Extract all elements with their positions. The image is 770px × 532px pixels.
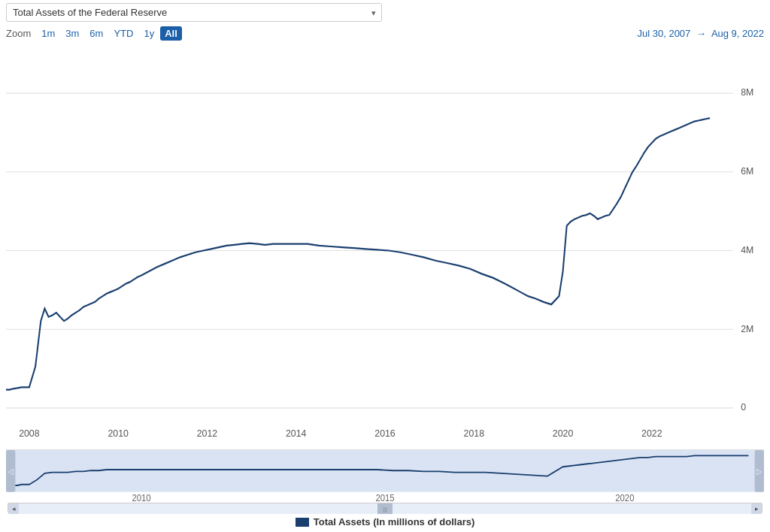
scrollbar-handle-icon: ||| [383,506,387,512]
svg-text:2020: 2020 [615,492,634,501]
scrollbar-handle[interactable]: ||| [377,503,393,514]
svg-text:2018: 2018 [464,428,484,440]
main-chart: 8M 6M 4M 2M 0 2008 2010 2012 2014 2016 2… [6,44,764,450]
date-range: Jul 30, 2007 → Aug 9, 2022 [638,28,765,39]
nav-chart-svg: ◁ ▷ 2010 2015 2020 [6,450,764,501]
svg-text:8M: 8M [741,86,753,98]
chart-area: 8M 6M 4M 2M 0 2008 2010 2012 2014 2016 2… [6,44,764,513]
top-bar: Total Assets of the Federal Reserve ▾ [6,3,764,22]
svg-text:2010: 2010 [132,492,150,501]
zoom-1y-button[interactable]: 1y [139,26,159,41]
zoom-controls: Zoom 1m 3m 6m YTD 1y All [6,26,182,41]
svg-text:2014: 2014 [286,428,306,440]
svg-rect-19 [6,450,764,492]
svg-text:2016: 2016 [374,428,395,440]
svg-text:2008: 2008 [19,428,39,440]
dropdown-wrapper: Total Assets of the Federal Reserve ▾ [6,3,382,22]
legend-color-box [296,518,309,527]
svg-text:4M: 4M [741,243,753,255]
svg-text:6M: 6M [741,165,753,177]
navigator-chart: ◁ ▷ 2010 2015 2020 [6,450,764,501]
zoom-label: Zoom [6,28,31,39]
svg-text:2020: 2020 [553,428,573,440]
svg-text:0: 0 [741,401,746,413]
chart-selector[interactable]: Total Assets of the Federal Reserve [6,3,382,22]
main-container: Total Assets of the Federal Reserve ▾ Zo… [0,0,770,532]
zoom-6m-button[interactable]: 6m [85,26,108,41]
main-chart-svg: 8M 6M 4M 2M 0 2008 2010 2012 2014 2016 2… [6,44,764,449]
zoom-bar: Zoom 1m 3m 6m YTD 1y All Jul 30, 2007 → … [6,26,764,41]
zoom-ytd-button[interactable]: YTD [109,26,138,41]
svg-text:2010: 2010 [108,428,128,440]
svg-text:◁: ◁ [8,467,14,476]
svg-text:▷: ▷ [756,467,762,476]
svg-text:2012: 2012 [197,428,217,440]
date-to: Aug 9, 2022 [711,28,764,39]
svg-text:2M: 2M [741,322,753,334]
svg-text:2015: 2015 [375,492,394,501]
scrollbar-left-button[interactable]: ◂ [8,503,19,514]
zoom-all-button[interactable]: All [160,26,182,41]
legend: Total Assets (In millions of dollars) [6,513,764,529]
scrollbar[interactable]: ◂ ||| ▸ [8,503,762,513]
legend-label: Total Assets (In millions of dollars) [314,516,475,527]
date-from: Jul 30, 2007 [638,28,691,39]
svg-text:2022: 2022 [641,428,662,440]
zoom-1m-button[interactable]: 1m [37,26,59,41]
scrollbar-right-button[interactable]: ▸ [751,503,762,514]
date-arrow: → [696,28,706,39]
zoom-3m-button[interactable]: 3m [61,26,83,41]
